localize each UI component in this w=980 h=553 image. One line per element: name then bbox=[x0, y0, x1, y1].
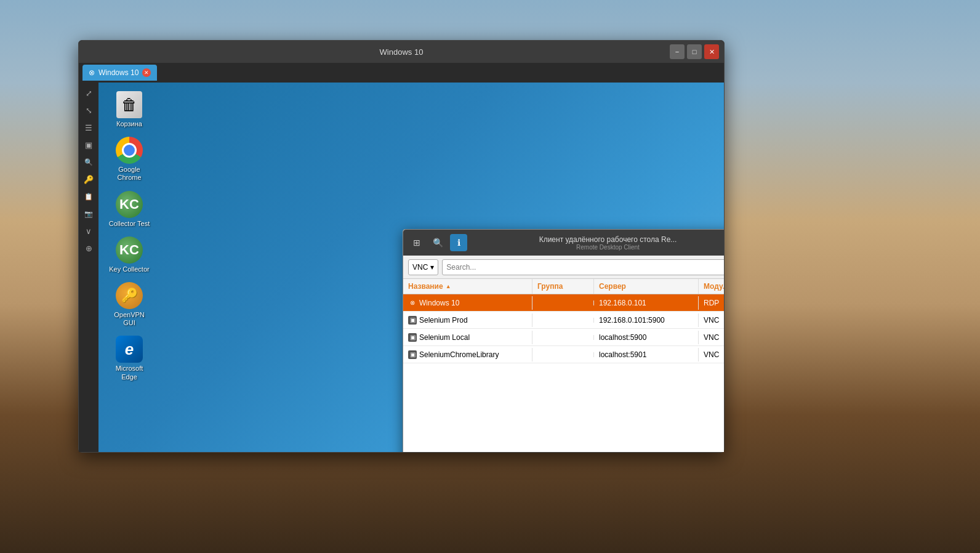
windows10-desktop: 🗑 Корзина Google Chrome KC Collec bbox=[98, 83, 724, 452]
camera-icon[interactable]: 📷 bbox=[81, 206, 97, 222]
keycollector-test-icon: KC bbox=[116, 191, 143, 218]
table-header: Название ▲ Группа Сервер Модуль Последни… bbox=[403, 279, 724, 294]
clipboard-icon[interactable]: 📋 bbox=[81, 188, 97, 204]
rdp-icon: ⊗ bbox=[408, 299, 417, 307]
sort-arrow-icon: ▲ bbox=[446, 283, 451, 289]
outer-window-title: Windows 10 bbox=[380, 47, 424, 57]
rdc-title-left-icons: ⊞ 🔍 ℹ bbox=[408, 234, 467, 251]
outer-window-controls: − □ ✕ bbox=[670, 44, 719, 59]
row-name-windows10: ⊗ Windows 10 bbox=[403, 296, 532, 310]
fullscreen-icon[interactable]: ⤢ bbox=[81, 85, 97, 101]
zoom-icon[interactable]: 🔍 bbox=[81, 154, 97, 170]
column-header-module: Модуль bbox=[699, 279, 724, 294]
recycle-bin-image: 🗑 bbox=[116, 91, 142, 118]
table-body: ⊗ Windows 10 192.168.0.101 RDP 2020-12-1… bbox=[403, 294, 724, 452]
edge-label: Microsoft Edge bbox=[107, 365, 151, 381]
fullscreen2-icon[interactable]: ⤡ bbox=[81, 102, 97, 118]
tab-label: Windows 10 bbox=[98, 68, 139, 77]
rdc-titlebar: ⊞ 🔍 ℹ Клиент удалённого рабочего стола R… bbox=[403, 230, 724, 256]
edge-icon: e bbox=[116, 336, 143, 363]
row-group-selenium-local bbox=[532, 335, 594, 340]
keycollector-image: KC bbox=[116, 236, 143, 264]
chrome-image bbox=[116, 137, 143, 164]
row-name-selenium-prod: ▣ Selenium Prod bbox=[403, 313, 532, 327]
recycle-bin-icon: 🗑 bbox=[116, 91, 143, 118]
row-module-selenium-chrome: VNC bbox=[699, 348, 724, 361]
rdc-title-sub: Remote Desktop Client bbox=[471, 244, 724, 251]
key-icon[interactable]: 🔑 bbox=[81, 171, 97, 187]
desktop-icons: 🗑 Корзина Google Chrome KC Collec bbox=[105, 89, 154, 384]
desktop-icon-openvpn[interactable]: 🔑 OpenVPN GUI bbox=[105, 280, 154, 329]
chrome-icon bbox=[116, 137, 143, 164]
outer-vnc-window: Windows 10 − □ ✕ ⊗ Windows 10 ✕ ⤢ ⤡ ☰ ▣ … bbox=[78, 40, 725, 453]
row-name-selenium-local: ▣ Selenium Local bbox=[403, 331, 532, 344]
keycollector-label: Key Collector bbox=[109, 265, 149, 273]
row-name-selenium-chrome: ▣ SeleniumChromeLibrary bbox=[403, 348, 532, 361]
close-button[interactable]: ✕ bbox=[704, 44, 719, 59]
row-server-selenium-local: localhost:5900 bbox=[594, 331, 699, 344]
protocol-dropdown[interactable]: VNC ▾ bbox=[408, 259, 438, 275]
row-group-selenium-prod bbox=[532, 318, 594, 323]
row-server-windows10: 192.168.0.101 bbox=[594, 296, 699, 310]
desktop-icon-chrome[interactable]: Google Chrome bbox=[105, 134, 154, 184]
keycollector-icon: KC bbox=[116, 236, 143, 264]
vnc-icon: ▣ bbox=[408, 350, 417, 359]
vnc-sidebar: ⤢ ⤡ ☰ ▣ 🔍 🔑 📋 📷 ∨ ⊕ bbox=[79, 83, 98, 452]
rdc-search-icon[interactable]: 🔍 bbox=[429, 234, 446, 251]
rdc-title-main: Клиент удалённого рабочего стола Re... bbox=[471, 235, 724, 244]
vnc-icon: ▣ bbox=[408, 333, 417, 342]
snapshot-icon[interactable]: ▣ bbox=[81, 137, 97, 153]
outer-titlebar: Windows 10 − □ ✕ bbox=[79, 41, 724, 63]
row-group-windows10 bbox=[532, 301, 594, 305]
table-row[interactable]: ▣ Selenium Local localhost:5900 VNC 2020… bbox=[403, 329, 724, 346]
tab-bar: ⊗ Windows 10 ✕ bbox=[79, 63, 724, 83]
openvpn-icon: 🔑 bbox=[116, 282, 143, 309]
column-header-name[interactable]: Название ▲ bbox=[403, 279, 532, 294]
rdc-title-text: Клиент удалённого рабочего стола Re... R… bbox=[471, 235, 724, 251]
column-header-group: Группа bbox=[532, 279, 594, 294]
table-row[interactable]: ▣ SeleniumChromeLibrary localhost:5901 V… bbox=[403, 346, 724, 363]
openvpn-label: OpenVPN GUI bbox=[107, 311, 151, 327]
desktop-icon-keycollector-test[interactable]: KC Collector Test bbox=[105, 188, 154, 230]
arrow-down-icon[interactable]: ∨ bbox=[81, 223, 97, 239]
tab-windows10[interactable]: ⊗ Windows 10 ✕ bbox=[82, 65, 157, 81]
outer-body: ⤢ ⤡ ☰ ▣ 🔍 🔑 📋 📷 ∨ ⊕ 🗑 Корзина bbox=[79, 83, 724, 452]
row-server-selenium-prod: 192.168.0.101:5900 bbox=[594, 313, 699, 327]
link-icon[interactable]: ⊕ bbox=[81, 240, 97, 256]
table-row[interactable]: ▣ Selenium Prod 192.168.0.101:5900 VNC 2… bbox=[403, 312, 724, 329]
tab-icon: ⊗ bbox=[89, 68, 95, 77]
rdc-info-icon[interactable]: ℹ bbox=[450, 234, 467, 251]
dropdown-arrow-icon: ▾ bbox=[430, 263, 434, 272]
keycollector-test-image: KC bbox=[116, 191, 143, 218]
chrome-label: Google Chrome bbox=[107, 166, 151, 182]
desktop-icon-recycle-bin[interactable]: 🗑 Корзина bbox=[105, 89, 154, 131]
row-group-selenium-chrome bbox=[532, 352, 594, 357]
menu-icon[interactable]: ☰ bbox=[81, 119, 97, 135]
column-header-server: Сервер bbox=[594, 279, 699, 294]
rdc-window: ⊞ 🔍 ℹ Клиент удалённого рабочего стола R… bbox=[403, 229, 724, 452]
row-module-selenium-local: VNC bbox=[699, 331, 724, 344]
row-server-selenium-chrome: localhost:5901 bbox=[594, 348, 699, 361]
edge-image: e bbox=[116, 336, 143, 363]
protocol-label: VNC bbox=[412, 263, 428, 272]
search-input[interactable] bbox=[442, 259, 724, 275]
desktop-icon-edge[interactable]: e Microsoft Edge bbox=[105, 333, 154, 383]
minimize-button[interactable]: − bbox=[670, 44, 685, 59]
table-row[interactable]: ⊗ Windows 10 192.168.0.101 RDP 2020-12-1… bbox=[403, 294, 724, 312]
maximize-button[interactable]: □ bbox=[687, 44, 702, 59]
tab-close-button[interactable]: ✕ bbox=[142, 68, 151, 77]
vnc-icon: ▣ bbox=[408, 316, 417, 325]
row-module-windows10: RDP bbox=[699, 296, 724, 310]
keycollector-test-label: Collector Test bbox=[109, 220, 150, 228]
desktop-icon-keycollector[interactable]: KC Key Collector bbox=[105, 234, 154, 276]
rdc-toolbar: VNC ▾ ✕ bbox=[403, 256, 724, 279]
rdc-fullscreen-icon[interactable]: ⊞ bbox=[408, 234, 425, 251]
recycle-bin-label: Корзина bbox=[116, 120, 142, 128]
openvpn-image: 🔑 bbox=[116, 282, 143, 309]
row-module-selenium-prod: VNC bbox=[699, 313, 724, 327]
